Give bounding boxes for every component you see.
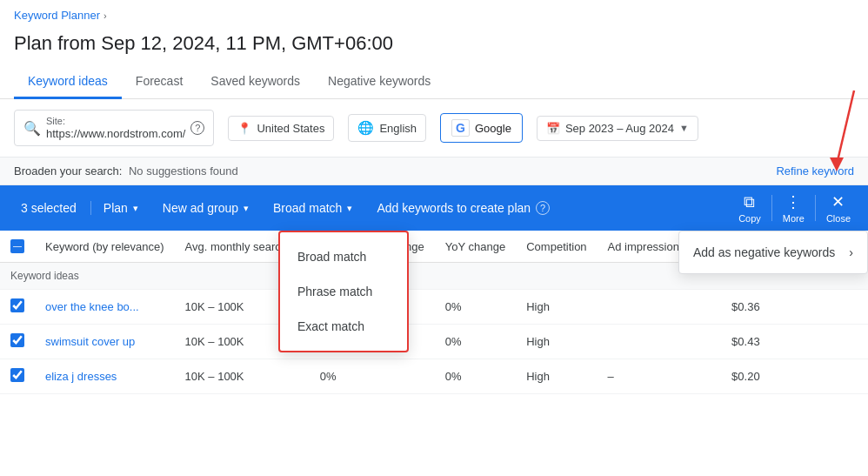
row-checkbox-cell: [0, 290, 35, 325]
location-icon: 📍: [237, 122, 251, 135]
keyword-cell: swimsuit cover up: [35, 325, 175, 359]
broad-match-option[interactable]: Broad match: [280, 239, 407, 274]
three-month-cell: 0%: [310, 359, 435, 394]
add-negative-keywords-option[interactable]: Add as negative keywords ›: [679, 237, 867, 268]
yoy-cell: 0%: [435, 359, 516, 394]
row-checkbox[interactable]: [10, 368, 24, 382]
action-bar: 3 selected Plan ▾ New ad group ▾ Broad m…: [0, 185, 868, 231]
search-icon: 🔍: [23, 120, 41, 137]
selected-count[interactable]: 3 selected: [7, 201, 91, 215]
more-dots-icon: ⋮: [785, 192, 801, 211]
site-label: Site:: [46, 116, 185, 127]
yoy-cell: 0%: [435, 290, 516, 325]
negative-keywords-popup: Add as negative keywords ›: [678, 231, 868, 274]
language-icon: 🌐: [357, 120, 374, 136]
match-type-dropdown: Broad match Phrase match Exact match: [278, 231, 409, 352]
header-keyword: Keyword (by relevance): [35, 231, 175, 263]
broaden-message: No suggestions found: [129, 164, 238, 178]
tab-keyword-ideas[interactable]: Keyword ideas: [14, 65, 122, 99]
tab-saved-keywords[interactable]: Saved keywords: [197, 65, 314, 99]
table-row: swimsuit cover up 10K – 100K 0% 0% High …: [0, 325, 868, 359]
tab-forecast[interactable]: Forecast: [122, 65, 197, 99]
red-arrow-icon: [811, 86, 863, 173]
filters-bar: 🔍 Site: https://www.nordstrom.com/ ? 📍 U…: [0, 99, 868, 158]
top-bid-low-cell: $0.43: [721, 325, 868, 359]
language-value: English: [379, 122, 417, 135]
tabs-bar: Keyword ideas Forecast Saved keywords Ne…: [0, 65, 868, 99]
header-competition: Competition: [516, 231, 597, 263]
phrase-match-option[interactable]: Phrase match: [280, 274, 407, 309]
keyword-link[interactable]: over the knee bo...: [45, 300, 139, 313]
select-all-checkbox[interactable]: [10, 239, 24, 253]
date-filter[interactable]: 📅 Sep 2023 – Aug 2024 ▼: [537, 116, 698, 141]
competition-cell: High: [516, 290, 597, 325]
breadcrumb-label: Keyword Planner: [14, 9, 100, 22]
network-value: Google: [475, 122, 511, 135]
keyword-link[interactable]: eliza j dresses: [45, 370, 117, 383]
new-ad-group-label: New ad group: [163, 201, 238, 215]
yoy-cell: 0%: [435, 325, 516, 359]
table-row: over the knee bo... 10K – 100K +900% 0% …: [0, 290, 868, 325]
add-keywords-label: Add keywords to create plan: [377, 201, 531, 215]
broad-match-button[interactable]: Broad match ▾: [261, 201, 364, 215]
location-filter[interactable]: 📍 United States: [228, 116, 334, 141]
close-label: Close: [826, 213, 851, 224]
row-checkbox[interactable]: [10, 333, 24, 347]
top-bid-low-cell: $0.20: [721, 359, 868, 394]
help-circle-icon[interactable]: ?: [536, 201, 550, 215]
plan-label: Plan: [103, 201, 128, 215]
table-row: eliza j dresses 10K – 100K 0% 0% High – …: [0, 359, 868, 394]
keyword-cell: over the knee bo...: [35, 290, 175, 325]
copy-label: Copy: [738, 213, 761, 224]
new-ad-group-button[interactable]: New ad group ▾: [150, 201, 261, 215]
date-chevron-icon: ▼: [679, 123, 689, 133]
ad-impression-cell: [598, 290, 722, 325]
close-icon: ✕: [831, 192, 845, 211]
broad-match-chevron-icon: ▾: [347, 203, 352, 214]
ad-impression-cell: –: [598, 359, 722, 394]
site-value: https://www.nordstrom.com/: [46, 127, 185, 140]
keyword-link[interactable]: swimsuit cover up: [45, 335, 135, 348]
broaden-bar: Broaden your search: No suggestions foun…: [0, 158, 868, 185]
add-negative-keywords-label: Add as negative keywords: [693, 245, 835, 259]
svg-marker-1: [830, 158, 844, 171]
refine-keywords-btn[interactable]: Refine keyword: [776, 164, 854, 178]
competition-cell: High: [516, 325, 597, 359]
close-button[interactable]: ✕ Close: [816, 192, 861, 224]
more-label: More: [783, 213, 805, 224]
avg-monthly-cell: 10K – 100K: [175, 359, 310, 394]
more-button[interactable]: ⋮ More: [772, 192, 815, 224]
calendar-icon: 📅: [546, 122, 560, 135]
network-filter[interactable]: G Google: [440, 113, 523, 143]
plan-chevron-icon: ▾: [133, 203, 138, 214]
page-title: Plan from Sep 12, 2024, 11 PM, GMT+06:00: [0, 25, 868, 65]
neg-kw-arrow-icon: ›: [849, 245, 853, 259]
copy-button[interactable]: ⧉ Copy: [728, 193, 771, 224]
keyword-cell: eliza j dresses: [35, 359, 175, 394]
plan-button[interactable]: Plan ▾: [91, 201, 150, 215]
date-range-value: Sep 2023 – Aug 2024: [565, 122, 674, 135]
header-checkbox-cell: [0, 231, 35, 263]
row-checkbox[interactable]: [10, 298, 24, 312]
copy-icon: ⧉: [744, 193, 755, 211]
breadcrumb[interactable]: Keyword Planner ›: [0, 0, 868, 25]
info-icon[interactable]: ?: [190, 121, 204, 135]
broad-match-label: Broad match: [273, 201, 342, 215]
add-keywords-button[interactable]: Add keywords to create plan ?: [364, 201, 562, 215]
location-value: United States: [257, 122, 324, 135]
top-bid-low-cell: $0.36: [721, 290, 868, 325]
broaden-label: Broaden your search:: [14, 164, 122, 178]
language-filter[interactable]: 🌐 English: [348, 114, 426, 142]
breadcrumb-chevron: ›: [103, 10, 107, 21]
tab-negative-keywords[interactable]: Negative keywords: [314, 65, 444, 99]
row-checkbox-cell: [0, 359, 35, 394]
site-filter[interactable]: 🔍 Site: https://www.nordstrom.com/ ?: [14, 110, 214, 146]
ad-impression-cell: [598, 325, 722, 359]
svg-line-0: [837, 91, 854, 164]
new-ad-group-chevron-icon: ▾: [244, 203, 249, 214]
network-icon: G: [451, 119, 470, 137]
competition-cell: High: [516, 359, 597, 394]
header-yoy: YoY change: [435, 231, 516, 263]
exact-match-option[interactable]: Exact match: [280, 309, 407, 344]
row-checkbox-cell: [0, 325, 35, 359]
